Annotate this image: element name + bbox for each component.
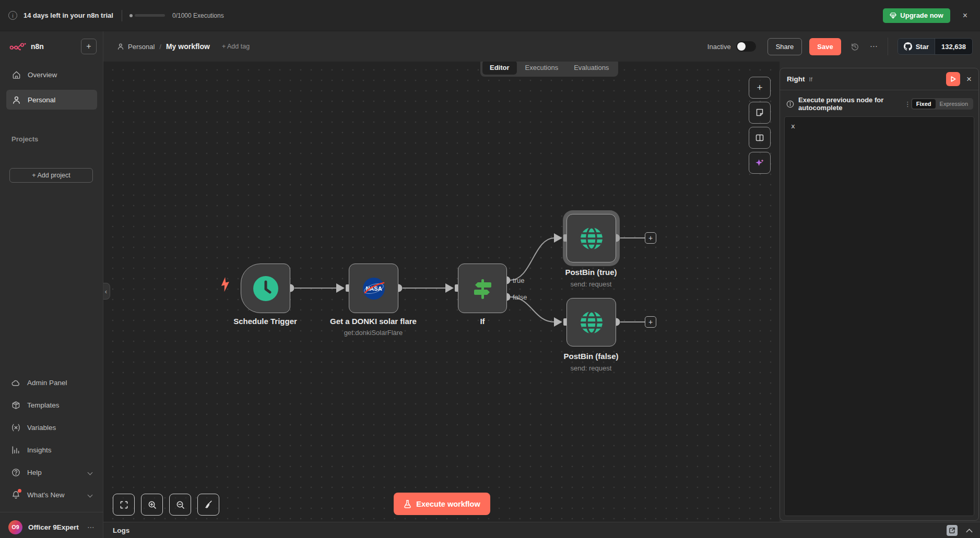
info-circle-icon: [786, 100, 794, 108]
sidebar: Overview Personal Projects + Add project…: [0, 62, 103, 538]
panel-header: Right If ×: [780, 68, 978, 90]
sidebar-item-help[interactable]: Help: [6, 464, 97, 480]
node-label: Schedule Trigger: [208, 317, 323, 326]
share-button[interactable]: Share: [768, 38, 802, 55]
zoom-out-button[interactable]: [169, 494, 191, 516]
workflow-header: n8n + Personal / My workflow + Add tag I…: [0, 31, 980, 62]
fit-view-icon: [120, 500, 128, 509]
breadcrumb-separator: /: [159, 43, 161, 51]
activate-toggle[interactable]: [736, 41, 756, 52]
user-menu-icon[interactable]: ⋯: [87, 523, 95, 531]
add-project-button[interactable]: + Add project: [9, 168, 93, 183]
executions-progress-bar: [135, 14, 165, 17]
node-if[interactable]: [458, 264, 507, 313]
github-star-widget[interactable]: Star 132,638: [898, 38, 973, 55]
workflow-title[interactable]: My workflow: [166, 42, 210, 51]
execute-workflow-button[interactable]: Execute workflow: [394, 493, 490, 515]
zoom-in-button[interactable]: [141, 494, 163, 516]
sidebar-item-templates[interactable]: Templates: [6, 397, 97, 413]
user-menu[interactable]: O9 Officer 9Expert ⋯: [6, 517, 97, 537]
notification-badge: [18, 489, 21, 493]
active-status-label: Inactive: [707, 43, 731, 51]
workflow-menu-button[interactable]: ⋯: [870, 42, 878, 51]
node-postbin-true[interactable]: [566, 214, 616, 262]
panel-close-icon[interactable]: ×: [966, 75, 972, 83]
execute-step-button[interactable]: [946, 72, 960, 86]
add-connected-node-button[interactable]: +: [645, 316, 656, 328]
zoom-in-icon: [148, 500, 157, 509]
trigger-bolt-icon: [218, 277, 232, 292]
tab-editor[interactable]: Editor: [482, 61, 517, 75]
sidebar-item-label: Help: [27, 469, 42, 476]
collapse-sidebar-handle[interactable]: ‹: [102, 283, 110, 300]
variable-icon: [11, 423, 20, 432]
n8n-logo[interactable]: n8n: [9, 42, 44, 51]
info-icon: i: [8, 11, 17, 20]
upgrade-now-button[interactable]: Upgrade now: [883, 8, 950, 23]
add-tag-button[interactable]: + Add tag: [222, 43, 250, 50]
sidebar-item-overview[interactable]: Overview: [6, 65, 97, 85]
github-star-count[interactable]: 132,638: [935, 39, 972, 54]
add-connected-node-button[interactable]: +: [645, 232, 656, 244]
open-logs-window-button[interactable]: [947, 525, 958, 536]
sidebar-item-label: Personal: [28, 96, 55, 104]
sidebar-item-variables[interactable]: Variables: [6, 420, 97, 435]
person-icon: [117, 43, 124, 50]
toggle-panel-button[interactable]: [749, 127, 771, 149]
projects-section-label: Projects: [11, 135, 38, 143]
sidebar-item-insights[interactable]: Insights: [6, 442, 97, 458]
gem-icon: [890, 13, 896, 19]
node-label: PostBin (false): [534, 352, 648, 361]
fit-view-button[interactable]: [113, 494, 135, 516]
logo-wordmark: n8n: [31, 42, 44, 51]
sidebar-item-admin-panel[interactable]: Admin Panel: [6, 375, 97, 390]
tidy-up-button[interactable]: [197, 494, 219, 516]
mode-expression-button[interactable]: Expression: [936, 99, 972, 109]
node-label: PostBin (true): [534, 268, 648, 277]
add-node-button[interactable]: +: [749, 77, 771, 99]
logo-zone: n8n +: [0, 31, 103, 62]
node-donki-solar-flare[interactable]: NASA: [349, 264, 398, 313]
output-label-true: true: [513, 277, 524, 284]
sidebar-item-personal[interactable]: Personal: [6, 90, 97, 110]
ai-assistant-button[interactable]: [749, 152, 771, 174]
signpost-icon: [469, 275, 496, 302]
add-workflow-button[interactable]: +: [81, 39, 97, 54]
breadcrumb-project[interactable]: Personal: [117, 43, 155, 51]
expression-editor[interactable]: x: [784, 116, 974, 516]
logs-label: Logs: [113, 527, 129, 534]
flask-icon: [404, 499, 411, 508]
save-button[interactable]: Save: [809, 38, 841, 55]
panel-subtitle: If: [809, 76, 812, 82]
nasa-icon: NASA: [362, 277, 386, 301]
home-icon: [11, 70, 21, 79]
github-star-button[interactable]: Star: [898, 39, 935, 54]
globe-icon: [580, 310, 604, 334]
node-schedule-trigger[interactable]: [241, 264, 290, 313]
parameter-label: Execute previous node for autocomplete: [798, 96, 901, 112]
tab-evaluations[interactable]: Evaluations: [566, 61, 616, 75]
logs-bar[interactable]: Logs: [103, 522, 980, 538]
expand-logs-button[interactable]: [966, 528, 973, 533]
add-sticky-note-button[interactable]: [749, 102, 771, 124]
panel-title: Right: [787, 75, 805, 83]
history-button[interactable]: [851, 42, 859, 51]
workflow-canvas[interactable]: Editor Executions Evaluations +: [103, 62, 780, 522]
sidebar-item-label: Variables: [27, 424, 56, 432]
node-postbin-false[interactable]: [566, 298, 616, 346]
globe-icon: [580, 226, 604, 250]
clock-icon: [252, 275, 279, 302]
trial-banner: i 14 days left in your n8n trial 0/1000 …: [0, 0, 980, 31]
plus-icon: +: [757, 82, 762, 93]
parameter-row: Execute previous node for autocomplete ⋮…: [780, 90, 978, 116]
mode-fixed-button[interactable]: Fixed: [912, 99, 936, 109]
tab-executions[interactable]: Executions: [518, 61, 566, 75]
sidebar-item-whats-new[interactable]: What's New: [6, 487, 97, 503]
node-operation-label: send: request: [534, 364, 648, 372]
sidebar-item-label: Overview: [28, 71, 57, 79]
connection-edges: [103, 62, 780, 522]
banner-close-icon[interactable]: ×: [963, 11, 967, 20]
sidebar-item-label: Insights: [27, 446, 52, 454]
parameter-options-icon[interactable]: ⋮: [904, 100, 911, 108]
breadcrumb-project-label: Personal: [128, 43, 155, 51]
